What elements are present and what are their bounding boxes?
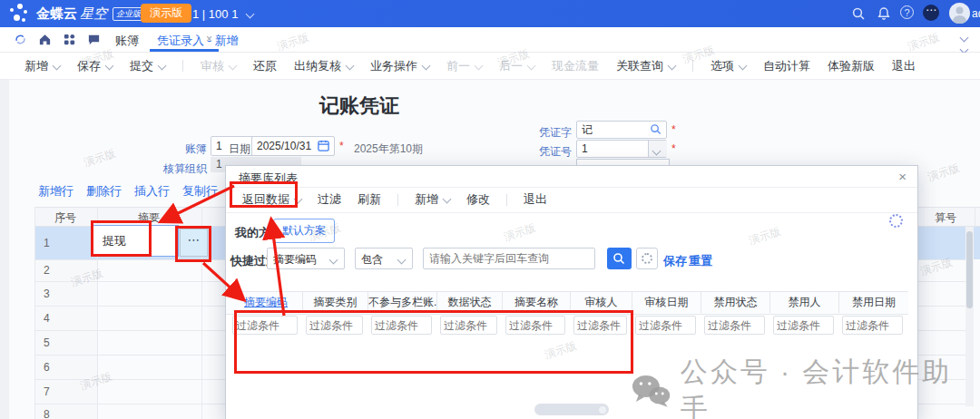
grid-col-seq: 序号: [54, 210, 76, 226]
grid-vertical-scrollbar[interactable]: [965, 227, 974, 406]
filter-cell-input[interactable]: [440, 316, 497, 335]
filter-cell-input[interactable]: [842, 316, 903, 335]
row-number[interactable]: 5: [44, 336, 50, 349]
save-scheme-link[interactable]: 保存: [663, 253, 687, 269]
filter-field-select[interactable]: 摘要编码: [267, 248, 345, 269]
default-scheme-button[interactable]: 默认方案: [273, 219, 335, 243]
column-header[interactable]: 摘要名称: [503, 292, 571, 313]
dialog-titlebar: 摘要库列表 ×: [226, 166, 917, 188]
row-number[interactable]: 1: [44, 237, 50, 249]
menu-auto-calc[interactable]: 自动计算: [763, 58, 810, 74]
filter-cell-input[interactable]: [232, 316, 298, 335]
filter-cell-input[interactable]: [371, 316, 432, 335]
org-switcher-chevron-icon[interactable]: [246, 10, 255, 19]
summary-lookup-more-button[interactable]: ⋯: [180, 229, 208, 257]
filter-cell-input[interactable]: [505, 316, 565, 335]
modify-button[interactable]: 修改: [466, 191, 490, 208]
tab-account-books[interactable]: 账簿: [115, 33, 139, 49]
edition-badge: 企业版: [113, 7, 144, 21]
voucher-no-dropdown[interactable]: [648, 141, 667, 157]
column-header[interactable]: 审核人: [571, 292, 632, 313]
scrollbar-thumb[interactable]: [966, 231, 973, 308]
demo-badge: 演示版: [141, 4, 191, 23]
add-row-button[interactable]: 新增行: [38, 183, 74, 200]
dialog-settings-gear-icon[interactable]: [889, 214, 903, 228]
copy-row-button[interactable]: 复制行: [182, 183, 218, 200]
filter-button[interactable]: 过滤: [318, 191, 341, 208]
grid-row-toolbar: 新增行 删除行 插入行 复制行 上: [38, 183, 242, 200]
menu-previous: 前一: [446, 58, 482, 74]
grid-col-right-partial: 算号: [935, 210, 956, 226]
row-number[interactable]: 8: [44, 408, 50, 419]
date-required-mark: *: [339, 140, 344, 152]
menu-save[interactable]: 保存: [77, 58, 113, 74]
menu-audit: 审核: [201, 58, 236, 74]
filter-operator-select[interactable]: 包含: [355, 248, 413, 269]
message-icon[interactable]: [87, 33, 101, 46]
gear-icon: [642, 253, 652, 264]
voucher-no-required-mark: *: [671, 142, 676, 155]
row-number[interactable]: 3: [44, 287, 50, 300]
row-number[interactable]: 7: [44, 385, 50, 398]
voucher-word-required-mark: *: [671, 123, 676, 136]
row-number[interactable]: 6: [44, 361, 50, 374]
filter-cell-input[interactable]: [704, 316, 765, 335]
menu-linked-query[interactable]: 关联查询: [616, 58, 675, 74]
sync-icon[interactable]: [14, 33, 27, 46]
column-header-summary-code[interactable]: 摘要编码: [230, 292, 303, 313]
menu-new-version[interactable]: 体验新版: [828, 58, 875, 74]
menu-restore[interactable]: 还原: [253, 58, 277, 74]
username-label[interactable]: adm: [972, 7, 980, 20]
summary-cell-editor[interactable]: 提现: [93, 225, 179, 257]
dialog-hscrollbar[interactable]: [534, 404, 609, 415]
refresh-button[interactable]: 刷新: [358, 191, 381, 208]
filter-cell-input[interactable]: [635, 316, 696, 335]
filter-cell-input[interactable]: [306, 316, 363, 335]
row-number[interactable]: 2: [44, 264, 50, 277]
avatar[interactable]: [949, 3, 970, 24]
column-header[interactable]: 禁用人: [770, 292, 839, 313]
help-icon[interactable]: ?: [900, 5, 914, 19]
menu-cash-flow: 现金流量: [552, 58, 599, 74]
menu-options[interactable]: 选项: [710, 58, 746, 74]
filter-settings-gear-button[interactable]: [636, 248, 658, 269]
column-header[interactable]: 摘要类别: [303, 292, 368, 313]
tab-voucher-entry-new[interactable]: 凭证录入 - 新增: [157, 33, 239, 49]
voucher-word-lookup-icon[interactable]: [650, 123, 662, 135]
summary-library-dialog: 摘要库列表 × 返回数据 过滤 刷新 新增 修改 退出 我的方案 默认方案 快捷…: [225, 165, 918, 419]
voucher-no-label: 凭证号: [526, 144, 572, 160]
dialog-table-header: 摘要编码 摘要类别 不参与多栏账... 数据状态 摘要名称 审核人 审核日期 禁…: [226, 291, 908, 315]
notification-bell-icon[interactable]: [877, 6, 891, 21]
home-icon[interactable]: [38, 33, 52, 46]
menu-new[interactable]: 新增: [24, 58, 60, 74]
filter-cell-input[interactable]: [573, 316, 627, 335]
column-header[interactable]: 不参与多栏账...: [368, 292, 437, 313]
column-header[interactable]: 数据状态: [437, 292, 503, 313]
apps-grid-icon[interactable]: [63, 33, 76, 46]
dialog-add-button[interactable]: 新增: [415, 191, 450, 208]
reset-link[interactable]: 重置: [689, 253, 712, 269]
feedback-dots-icon[interactable]: ⋯: [923, 5, 939, 21]
demo-watermark: 演示版: [926, 161, 961, 185]
search-icon[interactable]: [851, 6, 866, 21]
row-number[interactable]: 4: [44, 312, 50, 325]
insert-row-button[interactable]: 插入行: [134, 183, 170, 200]
keyword-input[interactable]: [423, 248, 595, 269]
org-switcher[interactable]: 1 | 100 1: [192, 7, 238, 21]
tab-close-icon[interactable]: ×: [206, 33, 212, 45]
menu-business-ops[interactable]: 业务操作: [370, 58, 429, 74]
menu-exit[interactable]: 退出: [892, 58, 916, 74]
return-data-button[interactable]: 返回数据: [242, 191, 301, 208]
delete-row-button[interactable]: 删除行: [86, 183, 122, 200]
search-button[interactable]: [607, 248, 632, 269]
column-header[interactable]: 禁用日期: [839, 292, 908, 313]
menu-submit[interactable]: 提交: [130, 58, 165, 74]
tab-bar: 账簿 凭证录入 - 新增 ×: [0, 27, 980, 53]
dialog-close-icon[interactable]: ×: [898, 169, 906, 184]
menu-cashier-review[interactable]: 出纳复核: [294, 58, 353, 74]
calendar-icon[interactable]: [318, 140, 329, 151]
filter-cell-input[interactable]: [773, 316, 834, 335]
column-header[interactable]: 禁用状态: [701, 292, 770, 313]
dialog-exit-button[interactable]: 退出: [524, 191, 547, 208]
column-header[interactable]: 审核日期: [632, 292, 701, 313]
